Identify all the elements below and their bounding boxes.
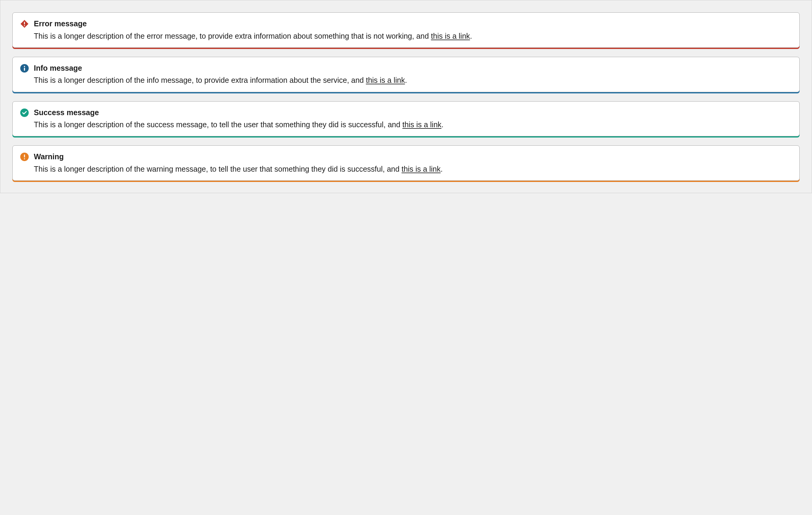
svg-rect-7 — [24, 155, 25, 158]
alert-warning: Warning This is a longer description of … — [12, 145, 800, 181]
svg-point-1 — [24, 25, 25, 26]
alert-info-content: Info message This is a longer descriptio… — [34, 63, 792, 86]
alert-success-description: This is a longer description of the succ… — [34, 119, 792, 130]
alert-info-text-before: This is a longer description of the info… — [34, 76, 366, 84]
alert-info-description: This is a longer description of the info… — [34, 75, 792, 85]
alert-warning-text-before: This is a longer description of the warn… — [34, 165, 402, 173]
alert-warning-description: This is a longer description of the warn… — [34, 163, 792, 174]
svg-point-3 — [24, 66, 25, 67]
alert-error-text-before: This is a longer description of the erro… — [34, 32, 431, 40]
alert-warning-link[interactable]: this is a link — [402, 165, 440, 173]
alert-info: Info message This is a longer descriptio… — [12, 57, 800, 92]
alert-success-content: Success message This is a longer descrip… — [34, 108, 792, 130]
success-icon — [20, 108, 29, 117]
svg-rect-4 — [24, 68, 25, 71]
warning-icon — [20, 152, 29, 161]
alert-error-link[interactable]: this is a link — [431, 32, 470, 40]
alert-info-link[interactable]: this is a link — [366, 76, 405, 84]
error-icon — [20, 19, 29, 28]
alert-error-content: Error message This is a longer descripti… — [34, 19, 792, 42]
alert-success-text-before: This is a longer description of the succ… — [34, 120, 402, 129]
alert-error: Error message This is a longer descripti… — [12, 12, 800, 48]
alert-success-link[interactable]: this is a link — [402, 120, 441, 129]
svg-point-8 — [24, 158, 25, 160]
alert-success: Success message This is a longer descrip… — [12, 101, 800, 137]
info-icon — [20, 64, 29, 73]
alert-error-description: This is a longer description of the erro… — [34, 30, 792, 42]
alert-error-heading: Error message — [34, 19, 792, 29]
svg-rect-0 — [24, 22, 25, 25]
alert-success-text-after: . — [441, 120, 443, 129]
alert-success-heading: Success message — [34, 108, 792, 117]
alert-info-text-after: . — [405, 76, 407, 84]
alerts-container: Error message This is a longer descripti… — [12, 12, 800, 181]
alert-warning-text-after: . — [441, 165, 443, 173]
alert-warning-content: Warning This is a longer description of … — [34, 152, 792, 174]
alert-warning-heading: Warning — [34, 152, 792, 162]
alert-error-text-after: . — [470, 32, 472, 40]
alert-info-heading: Info message — [34, 63, 792, 73]
